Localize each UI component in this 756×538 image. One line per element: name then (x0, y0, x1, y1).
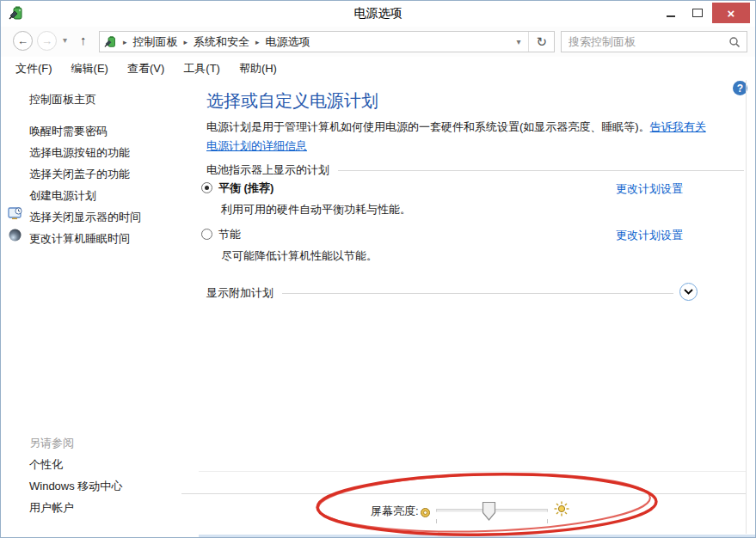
radio-balanced-plan[interactable] (201, 182, 212, 193)
breadcrumb-app-icon (104, 35, 117, 48)
divider (338, 170, 744, 171)
menu-view[interactable]: 查看(V) (118, 58, 174, 80)
sidebar-item-windows-mobility-center[interactable]: Windows 移动中心 (29, 479, 122, 494)
search-icon[interactable] (728, 36, 741, 48)
sidebar-item-lid-close-function[interactable]: 选择关闭盖子的功能 (29, 167, 130, 182)
divider (282, 293, 673, 294)
minimize-button[interactable] (659, 3, 682, 23)
additional-plans-label: 显示附加计划 (206, 285, 274, 301)
maximize-button[interactable] (685, 3, 709, 23)
breadcrumb-arrow-icon[interactable]: ▸ (184, 38, 188, 46)
breadcrumb: ▸ 控制面板 ▸ 系统和安全 ▸ 电源选项 ▾ ↻ (99, 31, 555, 52)
power-options-window: 电源选项 × ← → ▾ ↑ ▸ 控制面板 ▸ 系统和安全 ▸ (0, 0, 756, 538)
intro-paragraph: 电源计划是用于管理计算机如何使用电源的一套硬件和系统设置(如显示器亮度、睡眠等)… (206, 118, 716, 156)
forward-button: → (37, 31, 57, 51)
menu-bar: 文件(F) 编辑(E) 查看(V) 工具(T) 帮助(H) (1, 57, 755, 80)
brightness-bright-icon (554, 501, 569, 520)
slider-tick (547, 519, 548, 523)
sidebar-item-user-accounts[interactable]: 用户帐户 (29, 500, 74, 516)
divider (746, 80, 747, 534)
close-button[interactable]: × (712, 3, 750, 23)
titlebar: 电源选项 × (1, 1, 755, 27)
breadcrumb-arrow-icon[interactable]: ▸ (123, 38, 127, 46)
chevron-down-icon (684, 289, 693, 295)
search-input[interactable] (562, 35, 728, 48)
brightness-slider-thumb[interactable] (482, 501, 496, 525)
sidebar-item-create-power-plan[interactable]: 创建电源计划 (29, 188, 96, 204)
brightness-dim-icon (420, 506, 431, 522)
address-dropdown-icon[interactable]: ▾ (508, 37, 528, 46)
menu-tools[interactable]: 工具(T) (174, 58, 230, 80)
navigation-bar: ← → ▾ ↑ ▸ 控制面板 ▸ 系统和安全 ▸ 电源选项 ▾ ↻ (1, 27, 755, 58)
expand-additional-plans-button[interactable] (679, 283, 698, 301)
page-title: 选择或自定义电源计划 (206, 89, 378, 113)
sidebar-item-computer-sleep-time[interactable]: 更改计算机睡眠时间 (29, 231, 130, 247)
divider (199, 471, 746, 472)
sidebar-item-password-on-wake[interactable]: 唤醒时需要密码 (29, 124, 108, 139)
breadcrumb-system-security[interactable]: 系统和安全 (194, 34, 249, 50)
divider (181, 493, 746, 494)
sidebar-item-control-panel-home[interactable]: 控制面板主页 (29, 92, 96, 107)
display-clock-icon (8, 206, 23, 224)
menu-file[interactable]: 文件(F) (6, 58, 62, 80)
power-saver-plan-description: 尽可能降低计算机性能以节能。 (221, 248, 378, 264)
window-controls: × (659, 3, 750, 23)
up-button[interactable]: ↑ (80, 33, 87, 47)
sleep-sphere-icon (8, 228, 22, 246)
sidebar-item-personalization[interactable]: 个性化 (29, 457, 63, 473)
intro-text: 电源计划是用于管理计算机如何使用电源的一套硬件和系统设置(如显示器亮度、睡眠等)… (206, 120, 650, 133)
refresh-icon[interactable]: ↻ (529, 34, 554, 50)
additional-plans-section: 显示附加计划 (206, 285, 673, 301)
back-button[interactable]: ← (13, 31, 33, 51)
breadcrumb-control-panel[interactable]: 控制面板 (133, 34, 178, 50)
battery-plans-section-label: 电池指示器上显示的计划 (206, 162, 329, 178)
radio-power-saver-plan[interactable] (201, 229, 212, 240)
menu-help[interactable]: 帮助(H) (230, 58, 286, 80)
change-plan-settings-link-power-saver[interactable]: 更改计划设置 (616, 228, 683, 243)
history-dropdown-icon[interactable]: ▾ (63, 35, 67, 45)
balanced-plan-label[interactable]: 平衡 (推荐) (218, 180, 274, 196)
sidebar-item-power-button-function[interactable]: 选择电源按钮的功能 (29, 145, 130, 161)
breadcrumb-arrow-icon[interactable]: ▸ (255, 38, 260, 46)
menu-edit[interactable]: 编辑(E) (62, 58, 118, 80)
screen-brightness-label: 屏幕亮度: (371, 504, 419, 519)
breadcrumb-power-options[interactable]: 电源选项 (266, 34, 310, 50)
battery-plans-section: 电池指示器上显示的计划 (206, 162, 744, 178)
power-saver-plan-label[interactable]: 节能 (218, 227, 241, 242)
slider-tick (436, 519, 437, 523)
change-plan-settings-link-balanced[interactable]: 更改计划设置 (616, 181, 683, 197)
sidebar: 控制面板主页 唤醒时需要密码 选择电源按钮的功能 选择关闭盖子的功能 创建电源计… (1, 80, 199, 537)
see-also-header: 另请参阅 (29, 436, 74, 451)
sidebar-item-display-off-time[interactable]: 选择关闭显示器的时间 (29, 210, 141, 225)
window-title: 电源选项 (1, 6, 755, 21)
search-box (561, 31, 747, 52)
balanced-plan-description: 利用可用的硬件自动平衡功耗与性能。 (221, 202, 411, 217)
